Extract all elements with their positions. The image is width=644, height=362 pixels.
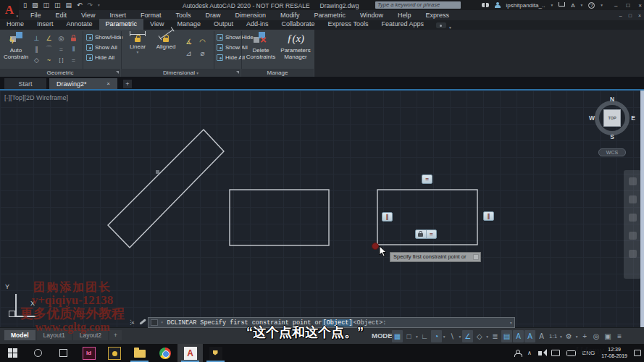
autocad-taskbar-button[interactable]: A (177, 344, 203, 362)
cortana-button[interactable] (25, 344, 51, 362)
convert-dim-icon[interactable]: ⊿ (182, 47, 196, 59)
autodesk-app-store-icon[interactable]: A (571, 2, 574, 9)
connect-icon[interactable] (436, 22, 446, 28)
drawing-canvas[interactable]: [-][Top][2D Wireframe] = ∥ ∥ = Specify f… (0, 90, 644, 327)
compass-west[interactable]: W (589, 114, 595, 122)
doc-close-button[interactable]: × (638, 13, 641, 18)
ribbon-tab-output[interactable]: Output (207, 19, 240, 30)
doc-minimize-button[interactable]: – (619, 13, 622, 18)
polar-tracking-icon[interactable]: ◔ (431, 330, 442, 342)
compass-north[interactable]: N (591, 96, 633, 103)
manage-panel-label[interactable]: Manage (241, 69, 314, 77)
language-indicator[interactable]: ENG (582, 350, 595, 356)
ribbon-tab-home[interactable]: Home (0, 19, 30, 30)
action-center-icon[interactable] (634, 350, 641, 356)
annotation-visibility-icon[interactable]: A (513, 330, 524, 342)
orbit-icon[interactable] (629, 232, 637, 240)
app-store-caret-icon[interactable]: ▾ (581, 3, 583, 7)
equal-constraint-badge-2[interactable]: = (426, 230, 437, 238)
view-cube[interactable]: N S W E TOP (591, 97, 633, 139)
panel-launcher-icon[interactable] (236, 71, 239, 74)
linear-dimension-button[interactable]: Linear ▾ (125, 31, 150, 54)
new-layout-button[interactable]: + (109, 330, 122, 340)
navigation-bar[interactable] (624, 170, 641, 279)
fix-constraint-icon[interactable] (67, 33, 80, 43)
parallel-constraint-icon[interactable]: ∥ (30, 43, 43, 54)
middle-rectangle[interactable] (230, 190, 329, 245)
close-button[interactable]: × (638, 2, 642, 9)
recent-commands-icon[interactable] (151, 319, 158, 326)
aligned-dimension-button[interactable]: Aligned (153, 31, 179, 50)
object-snap-icon[interactable]: ◇ (474, 330, 485, 342)
osnap-caret-icon[interactable]: ▾ (486, 334, 488, 339)
show-all-button[interactable]: Show All (86, 43, 123, 51)
clock[interactable]: 12:39 17-08-2019 (601, 347, 627, 359)
graphics-performance-icon[interactable]: ▣ (603, 330, 614, 342)
ribbon-tab-parametric[interactable]: Parametric (99, 19, 144, 30)
radial-dim-icon[interactable]: ◠ (196, 35, 209, 47)
ribbon-tab-addins[interactable]: Add-ins (240, 19, 275, 30)
diameter-dim-icon[interactable]: ⌀ (196, 47, 209, 59)
grid-icon[interactable]: ▦ (392, 330, 403, 342)
vertical-scrollbar[interactable] (640, 90, 644, 327)
isodraft-icon[interactable]: ∖ (447, 330, 458, 342)
open-file-icon[interactable]: ▨ (32, 1, 38, 9)
help-caret-icon[interactable]: ▾ (601, 3, 603, 7)
file-explorer-button[interactable] (127, 344, 152, 362)
showmotion-icon[interactable] (629, 250, 637, 258)
parameters-manager-button[interactable]: ƒ(x) Parameters Manager (279, 31, 312, 60)
doc-restore-button[interactable]: □ (629, 13, 632, 18)
file-tab-drawing2[interactable]: Drawing2* × (49, 78, 117, 89)
minimize-button[interactable]: – (614, 2, 617, 9)
show-hidden-icons-chevron[interactable]: ∧ (527, 350, 532, 356)
isodraft-caret-icon[interactable]: ▾ (459, 334, 461, 339)
snap-icon[interactable]: □ (403, 330, 414, 342)
network-display-icon[interactable] (551, 350, 560, 356)
wcs-dropdown[interactable]: WCS (598, 148, 626, 156)
ribbon-tab-annotate[interactable]: Annotate (60, 19, 99, 30)
ribbon-tab-manage[interactable]: Manage (170, 19, 207, 30)
geometric-panel-label[interactable]: Geometric (0, 69, 120, 77)
search-input[interactable]: Type a keyword or phrase (375, 1, 461, 9)
command-line-caret-icon[interactable]: ▾ (509, 320, 512, 326)
object-snap-tracking-icon[interactable]: ∠ (462, 330, 473, 342)
linear-caret-icon[interactable]: ▾ (137, 50, 139, 54)
delete-constraints-button[interactable]: × Delete Constraints (244, 31, 277, 60)
symmetric-constraint-icon[interactable]: ‖ (67, 43, 80, 54)
ribbon-tab-insert[interactable]: Insert (30, 19, 60, 30)
volume-icon[interactable] (538, 351, 542, 355)
ribbon-tab-express-tools[interactable]: Express Tools (322, 19, 375, 30)
layout2-tab[interactable]: Layout2 (73, 330, 108, 340)
hide-all-button[interactable]: Hide All (86, 54, 123, 62)
new-drawing-button[interactable]: + (123, 80, 132, 88)
concentric-constraint-icon[interactable]: ◎ (55, 33, 67, 43)
camera-app-button[interactable] (101, 344, 127, 362)
polar-caret-icon[interactable]: ▾ (443, 334, 446, 339)
zoom-icon[interactable] (629, 214, 637, 222)
recent-commands-caret-icon[interactable]: ▾ (161, 320, 163, 325)
show-hide-button[interactable]: Show/Hide (86, 33, 123, 41)
command-close-icon[interactable]: × (131, 319, 135, 326)
equal-constraint-icon[interactable]: = (55, 43, 67, 54)
viewcube-top-face[interactable]: TOP (603, 109, 621, 127)
account-name[interactable]: ipshitpandita_.. (506, 2, 545, 9)
restore-button[interactable]: □ (626, 2, 630, 9)
command-option-object[interactable]: [Object] (322, 319, 354, 327)
store-cart-icon[interactable] (559, 2, 565, 7)
parallel-constraint-badge-left[interactable]: ∥ (382, 212, 393, 222)
save-icon[interactable]: ◫ (43, 1, 49, 9)
workspace-caret-icon[interactable]: ▾ (576, 334, 578, 339)
ribbon-tab-collaborate[interactable]: Collaborate (275, 19, 322, 30)
account-caret-icon[interactable]: ▾ (551, 3, 553, 7)
fix-constraint-badge[interactable] (416, 230, 426, 238)
qat-customize-caret-icon[interactable]: ▾ (98, 1, 100, 9)
chrome-button[interactable] (152, 344, 177, 362)
file-tab-start[interactable]: Start (4, 78, 46, 89)
ribbon-tab-featured-apps[interactable]: Featured Apps (375, 19, 430, 30)
new-file-icon[interactable]: ▯ (23, 1, 27, 9)
steering-wheel-icon[interactable] (629, 177, 637, 185)
annotation-scale-value[interactable]: 1:1 (548, 330, 559, 342)
constraint-badge-group[interactable]: = (415, 230, 437, 239)
dimensional-caret-icon[interactable]: ▾ (196, 71, 198, 75)
other-app-button[interactable] (203, 344, 228, 362)
